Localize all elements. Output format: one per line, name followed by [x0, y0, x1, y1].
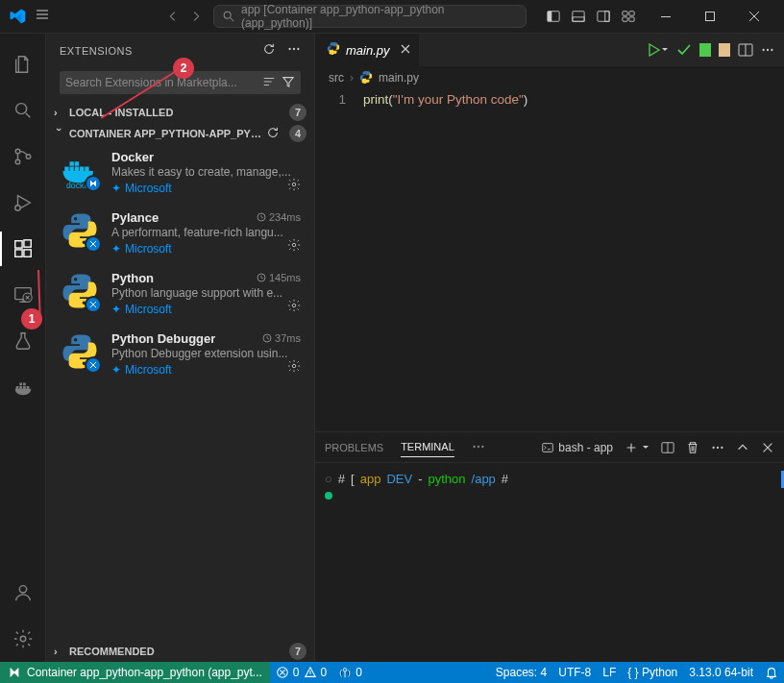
svg-rect-47 [543, 443, 553, 451]
more-actions-icon[interactable] [287, 42, 301, 60]
verified-icon: ✦ [111, 363, 121, 377]
extension-item[interactable]: docker Docker Makes it easy to create, m… [46, 144, 314, 205]
run-debug-tab[interactable] [0, 180, 46, 226]
terminal-text: app [360, 471, 381, 488]
line-number: 1 [315, 90, 346, 109]
svg-rect-4 [573, 17, 584, 21]
docker-tab[interactable] [0, 364, 46, 410]
checkmark-icon[interactable] [676, 42, 692, 58]
close-tab-icon[interactable] [400, 41, 411, 59]
close-button[interactable] [732, 0, 776, 33]
accounts-icon[interactable] [0, 570, 46, 616]
svg-point-32 [292, 243, 296, 247]
terminal-text: # [502, 471, 508, 488]
spaces-status[interactable]: Spaces: 4 [490, 666, 552, 679]
remote-badge-icon [85, 356, 102, 374]
svg-point-46 [481, 445, 483, 447]
close-panel-icon[interactable] [761, 441, 774, 454]
manage-gear-icon[interactable] [287, 359, 301, 377]
language-status[interactable]: { } Python [622, 666, 683, 679]
layout-sidebar-left-icon[interactable] [546, 9, 561, 24]
svg-rect-10 [629, 17, 634, 21]
run-file-icon[interactable] [646, 42, 669, 58]
layout-customize-icon[interactable] [621, 9, 636, 24]
section-refresh-icon[interactable] [266, 126, 280, 141]
terminal-tab[interactable]: TERMINAL [401, 437, 454, 457]
activation-time: 234ms [257, 211, 301, 223]
source-control-tab[interactable] [0, 134, 46, 180]
search-tab[interactable] [0, 87, 46, 134]
svg-point-41 [762, 49, 764, 51]
section-container[interactable]: › CONTAINER APP_PYTHON-APP_PYT... 4 [46, 123, 314, 144]
svg-point-52 [721, 446, 723, 448]
remote-badge-icon [85, 235, 102, 253]
terminal-decoration-icon: ○ [325, 471, 332, 488]
maximize-button[interactable] [688, 0, 732, 33]
extension-description: Makes it easy to create, manage,... [111, 165, 301, 179]
explorer-tab[interactable] [0, 41, 46, 87]
extension-item[interactable]: Python145ms Python language support with… [46, 265, 314, 326]
coverage-yellow-icon[interactable] [719, 43, 730, 57]
problems-status[interactable]: 0 0 [270, 666, 332, 679]
terminal-content[interactable]: ○ # [app DEV - python /app # [315, 463, 784, 662]
svg-rect-5 [598, 12, 609, 22]
verified-icon: ✦ [111, 303, 121, 316]
code-editor[interactable]: 1 print("I'm your Python code") [315, 88, 784, 431]
eol-status[interactable]: LF [597, 666, 622, 679]
extension-item[interactable]: Python Debugger37ms Python Debugger exte… [46, 326, 314, 386]
minimize-button[interactable] [644, 0, 688, 33]
command-center-search[interactable]: app [Container app_python-app_python (ap… [213, 5, 527, 28]
remote-indicator[interactable]: Container app_python-app_python (app_pyt… [0, 662, 270, 683]
svg-rect-6 [605, 12, 609, 22]
svg-point-28 [297, 47, 299, 49]
more-terminal-actions-icon[interactable] [711, 441, 724, 454]
layout-sidebar-right-icon[interactable] [596, 9, 611, 24]
extensions-tab[interactable] [0, 226, 46, 272]
python-version-status[interactable]: 3.13.0 64-bit [683, 666, 759, 679]
split-terminal-icon[interactable] [661, 441, 674, 454]
kill-terminal-icon[interactable] [686, 441, 699, 454]
more-panel-tabs-icon[interactable] [472, 436, 485, 459]
ports-status[interactable]: 0 [332, 666, 368, 679]
refresh-icon[interactable] [262, 42, 276, 60]
nav-back-icon[interactable] [163, 7, 183, 26]
notifications-icon[interactable] [759, 666, 784, 679]
coverage-green-icon[interactable] [699, 43, 711, 57]
remote-badge-icon [85, 296, 102, 313]
layout-panel-icon[interactable] [571, 9, 586, 24]
section-badge: 7 [289, 104, 306, 121]
filter-icon[interactable] [282, 75, 295, 91]
remote-badge-icon [85, 175, 102, 192]
more-actions-icon[interactable] [761, 43, 774, 57]
chevron-right-icon: › [54, 646, 65, 657]
sidebar-title: EXTENSIONS [60, 45, 133, 57]
annotation-callout-2: 2 [173, 58, 194, 79]
nav-forward-icon[interactable] [186, 7, 206, 26]
manage-gear-icon[interactable] [287, 238, 301, 256]
menu-icon[interactable] [35, 7, 50, 26]
clear-search-icon[interactable] [262, 75, 276, 91]
svg-rect-7 [623, 12, 627, 15]
extension-item[interactable]: Pylance234ms A performant, feature-rich … [46, 205, 314, 265]
terminal-profile[interactable]: bash - app [541, 441, 613, 454]
section-recommended[interactable]: › RECOMMENDED 7 [46, 641, 314, 662]
settings-gear-icon[interactable] [0, 616, 46, 662]
svg-point-50 [712, 446, 714, 448]
manage-gear-icon[interactable] [287, 299, 301, 316]
split-editor-icon[interactable] [738, 42, 753, 58]
svg-point-36 [292, 364, 296, 368]
svg-point-0 [224, 12, 231, 18]
editor-tab[interactable]: main.py [315, 34, 420, 67]
breadcrumb-separator: › [350, 71, 354, 85]
maximize-panel-icon[interactable] [736, 441, 749, 454]
code-token: ) [524, 92, 528, 107]
svg-point-25 [20, 636, 26, 642]
section-local-installed[interactable]: › LOCAL - INSTALLED 7 [46, 102, 314, 123]
breadcrumb[interactable]: src › main.py [315, 67, 784, 88]
encoding-status[interactable]: UTF-8 [552, 666, 597, 679]
remote-icon [8, 666, 21, 679]
problems-tab[interactable]: PROBLEMS [325, 438, 383, 457]
activation-time: 37ms [262, 332, 301, 344]
new-terminal-icon[interactable] [625, 441, 649, 454]
manage-gear-icon[interactable] [287, 178, 301, 195]
